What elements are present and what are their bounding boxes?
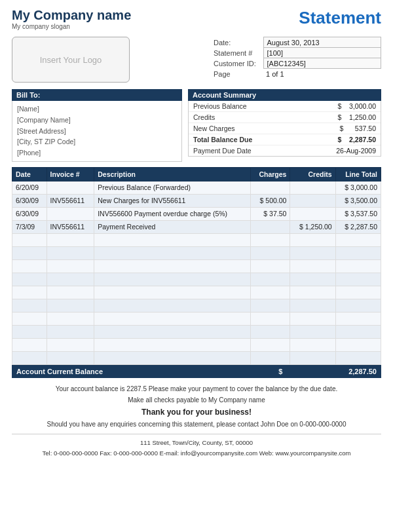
summary-due-value: 26-Aug-2009 xyxy=(330,147,376,155)
summary-credits-amount: $ 1,250.00 xyxy=(330,113,376,121)
footer-balance-amount: 2,287.50 xyxy=(287,365,381,378)
table-row-empty xyxy=(12,246,381,259)
top-section: Insert Your Logo Date: August 30, 2013 S… xyxy=(12,37,381,83)
company-slogan: My company slogan xyxy=(12,23,131,30)
bill-to-header: Bill To: xyxy=(12,89,182,101)
company-name: My Company name xyxy=(12,8,131,23)
col-invoice: Invoice # xyxy=(47,167,94,181)
col-date: Date xyxy=(12,167,47,181)
table-row: 6/30/09INV556600 Payment overdue charge … xyxy=(12,207,381,220)
note-line2: Make all checks payable to My Company na… xyxy=(12,394,381,406)
col-credits: Credits xyxy=(290,167,335,181)
bill-city: [City, ST ZIP Code] xyxy=(17,136,177,147)
page-value: 1 of 1 xyxy=(263,69,381,80)
bill-to-body: [Name] [Company Name] [Street Address] [… xyxy=(12,101,182,162)
notes: Your account balance is 2287.5 Please ma… xyxy=(12,383,381,430)
col-description: Description xyxy=(94,167,251,181)
summary-due-label: Payment Due Date xyxy=(193,147,252,155)
bill-street: [Street Address] xyxy=(17,126,177,137)
summary-prev-amount: $ 3,000.00 xyxy=(330,102,376,110)
table-row: 6/20/09Previous Balance (Forwarded)$ 3,0… xyxy=(12,181,381,194)
account-summary: Account Summary Previous Balance $ 3,000… xyxy=(188,89,381,162)
date-info: Date: August 30, 2013 Statement # [100] … xyxy=(211,37,381,83)
footer-address: 111 Street, Town/City, County, ST, 00000 xyxy=(12,438,381,447)
summary-due-date: Payment Due Date 26-Aug-2009 xyxy=(189,145,381,156)
footer-contact: Tel: 0-000-000-0000 Fax: 0-000-000-0000 … xyxy=(12,448,381,458)
summary-credits-label: Credits xyxy=(193,113,215,121)
footer-balance-dollar: $ xyxy=(253,365,287,378)
statement-label: Statement # xyxy=(211,48,263,58)
bill-name: [Name] xyxy=(17,104,177,115)
footer-info: 111 Street, Town/City, County, ST, 00000… xyxy=(12,434,381,457)
invoice-table: Date Invoice # Description Charges Credi… xyxy=(12,167,381,365)
logo-box: Insert Your Logo xyxy=(12,37,130,83)
statement-title: Statement xyxy=(299,8,381,28)
mid-section: Bill To: [Name] [Company Name] [Street A… xyxy=(12,89,381,162)
table-row-empty xyxy=(12,233,381,246)
page-label: Page xyxy=(211,69,263,80)
note-line3: Should you have any enquiries concerning… xyxy=(12,419,381,430)
summary-credits: Credits $ 1,250.00 xyxy=(189,112,381,123)
table-row-empty xyxy=(12,286,381,299)
table-row-empty xyxy=(12,299,381,312)
col-charges: Charges xyxy=(250,167,290,181)
summary-prev-label: Previous Balance xyxy=(193,102,247,110)
summary-total-label: Total Balance Due xyxy=(193,136,252,143)
summary-total-amount: $ 2,287.50 xyxy=(330,136,376,143)
account-summary-body: Previous Balance $ 3,000.00 Credits $ 1,… xyxy=(188,101,381,157)
summary-total: Total Balance Due $ 2,287.50 xyxy=(189,134,381,145)
note-line1: Your account balance is 2287.5 Please ma… xyxy=(12,383,381,394)
col-line-total: Line Total xyxy=(335,167,381,181)
account-summary-header: Account Summary xyxy=(188,89,381,101)
logo-placeholder: Insert Your Logo xyxy=(40,55,102,65)
table-row-empty xyxy=(12,351,381,364)
summary-charges-label: New Charges xyxy=(193,124,235,132)
table-row-empty xyxy=(12,312,381,325)
table-row-empty xyxy=(12,325,381,338)
table-row-empty xyxy=(12,338,381,351)
summary-charges-amount: $ 537.50 xyxy=(330,124,376,132)
statement-value: [100] xyxy=(263,48,381,58)
header: My Company name My company slogan Statem… xyxy=(12,8,381,34)
date-value: August 30, 2013 xyxy=(263,37,381,48)
table-row-empty xyxy=(12,259,381,273)
date-label: Date: xyxy=(211,37,263,48)
thank-you: Thank you for your business! xyxy=(12,406,381,419)
customer-value: [ABC12345] xyxy=(263,58,381,69)
table-row: 6/30/09INV556611New Charges for INV55661… xyxy=(12,194,381,207)
table-row: 7/3/09INV556611Payment Received$ 1,250.0… xyxy=(12,220,381,233)
page: My Company name My company slogan Statem… xyxy=(0,0,393,532)
table-row-empty xyxy=(12,273,381,286)
summary-new-charges: New Charges $ 537.50 xyxy=(189,123,381,134)
bill-company: [Company Name] xyxy=(17,115,177,126)
summary-previous-balance: Previous Balance $ 3,000.00 xyxy=(189,101,381,112)
footer-balance-label: Account Current Balance xyxy=(12,365,253,378)
customer-label: Customer ID: xyxy=(211,58,263,69)
bill-to: Bill To: [Name] [Company Name] [Street A… xyxy=(12,89,182,162)
bill-phone: [Phone] xyxy=(17,147,177,159)
footer-balance-table: Account Current Balance $ 2,287.50 xyxy=(12,365,381,378)
